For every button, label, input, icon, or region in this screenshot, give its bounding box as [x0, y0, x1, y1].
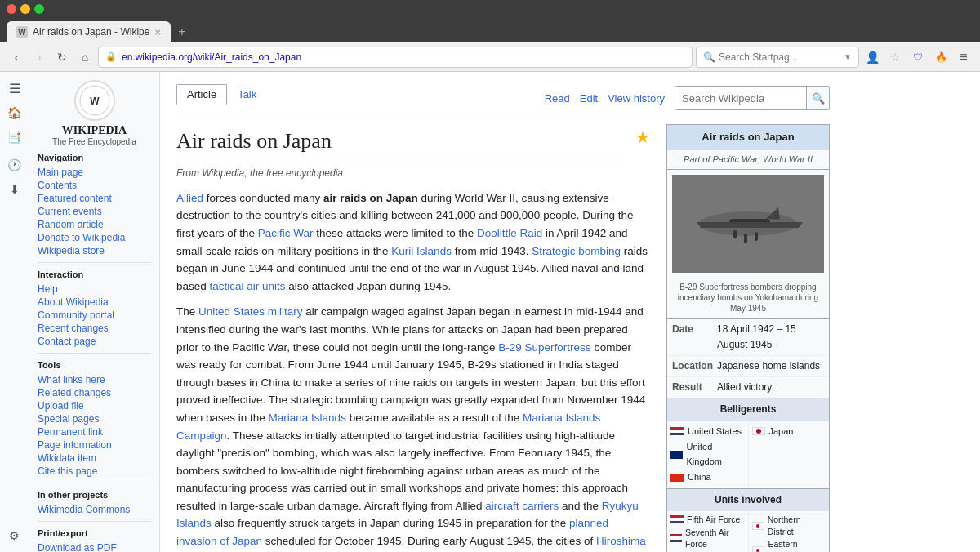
active-tab[interactable]: W Air raids on Japan - Wikipe × [7, 21, 171, 42]
user-icon[interactable]: 👤 [862, 47, 882, 67]
settings-icon[interactable]: ⚙ [5, 526, 24, 545]
home-button[interactable]: ⌂ [75, 47, 95, 67]
japan-flag-icon [752, 427, 765, 435]
sidebar-item-store[interactable]: Wikipedia store [38, 244, 151, 257]
extension-icon[interactable]: 🛡 [908, 47, 928, 67]
bold-air-raids: air raids on Japan [323, 192, 418, 204]
extension2-icon[interactable]: 🔥 [931, 47, 951, 67]
svg-rect-8 [744, 234, 747, 243]
browser-window: W Air raids on Japan - Wikipe × + ‹ › ↻ … [0, 0, 980, 72]
address-bar[interactable]: 🔒 en.wikipedia.org/wiki/Air_raids_on_Jap… [98, 47, 693, 68]
link-aircraft-carriers[interactable]: aircraft carriers [485, 500, 559, 512]
link-allied[interactable]: Allied [176, 192, 203, 204]
infobox-location-row: Location Japanese home islands [667, 356, 829, 377]
history-sidebar-icon[interactable]: 🕐 [5, 155, 24, 175]
seventh-air-force: Seventh Air Force [685, 527, 745, 550]
search-bar[interactable]: 🔍 ▼ [696, 47, 859, 68]
link-mariana-campaign[interactable]: Mariana Islands Campaign [176, 412, 600, 442]
wiki-logo: W WIKIPEDIA The Free Encyclopedia [38, 80, 151, 146]
tab-view-history[interactable]: View history [608, 92, 665, 105]
link-planned-invasion[interactable]: planned invasion of Japan [176, 517, 608, 547]
tab-read[interactable]: Read [545, 92, 570, 105]
sidebar-divider-2 [38, 353, 151, 354]
wiki-logo-sub: The Free Encyclopedia [38, 137, 151, 146]
bookmark-icon[interactable]: ☆ [885, 47, 905, 67]
tab-article[interactable]: Article [176, 84, 227, 105]
infobox-axis-units: Northern District Eastern District Centr… [749, 511, 830, 552]
forward-button[interactable]: › [29, 47, 49, 67]
wiki-sidebar: W WIKIPEDIA The Free Encyclopedia Naviga… [29, 72, 160, 552]
tab-talk[interactable]: Talk [227, 84, 267, 105]
sidebar-interaction-title: Interaction [38, 269, 151, 279]
sidebar-item-main-page[interactable]: Main page [38, 166, 151, 179]
home-sidebar-icon[interactable]: 🏠 [5, 103, 24, 122]
sidebar-item-wikimedia[interactable]: Wikimedia Commons [38, 503, 151, 516]
sidebar-item-special[interactable]: Special pages [38, 412, 151, 425]
infobox-result-label: Result [667, 377, 712, 398]
tab-close-icon[interactable]: × [154, 26, 161, 38]
page-header: Air raids on Japan ★ [176, 124, 650, 162]
japan-belligerent-label: Japan [769, 425, 794, 439]
sidebar-item-help[interactable]: Help [38, 283, 151, 296]
sidebar-item-wikidata[interactable]: Wikidata item [38, 452, 151, 465]
sidebar-item-upload[interactable]: Upload file [38, 399, 151, 412]
sidebar-item-download-pdf[interactable]: Download as PDF [38, 541, 151, 552]
sidebar-item-related-changes[interactable]: Related changes [38, 386, 151, 399]
tab-edit[interactable]: Edit [580, 92, 598, 105]
back-button[interactable]: ‹ [7, 47, 26, 67]
sidebar-item-recent-changes[interactable]: Recent changes [38, 322, 151, 335]
infobox-belligerents: United States United Kingdom China [667, 421, 829, 489]
search-dropdown-icon[interactable]: ▼ [844, 52, 852, 61]
bookmarks-icon[interactable]: 📑 [5, 127, 24, 147]
new-tab-button[interactable]: + [171, 21, 194, 42]
sidebar-item-random[interactable]: Random article [38, 218, 151, 231]
eastern-district: Eastern District [768, 538, 826, 552]
title-bar [0, 0, 980, 18]
link-hiroshima[interactable]: Hiroshima [596, 535, 646, 547]
maximize-button[interactable] [34, 4, 44, 14]
link-us-military[interactable]: United States military [198, 305, 303, 318]
us-flag-icon [670, 427, 684, 435]
search-input[interactable] [719, 51, 840, 63]
link-mariana[interactable]: Mariana Islands [269, 412, 346, 424]
search-icon: 🔍 [703, 51, 715, 63]
sidebar-item-cite[interactable]: Cite this page [38, 465, 151, 478]
link-kuril[interactable]: Kuril Islands [391, 245, 452, 257]
menu-icon[interactable]: ≡ [954, 47, 973, 67]
sidebar-item-featured[interactable]: Featured content [38, 192, 151, 205]
nav-bar: ‹ › ↻ ⌂ 🔒 en.wikipedia.org/wiki/Air_raid… [0, 42, 980, 72]
minimize-button[interactable] [20, 4, 30, 14]
tab-title: Air raids on Japan - Wikipe [33, 26, 149, 38]
link-b29[interactable]: B-29 Superfortress [498, 341, 590, 354]
sidebar-item-community[interactable]: Community portal [38, 309, 151, 322]
infobox-allied-units: Fifth Air Force Seventh Air Force Eleven… [667, 511, 749, 552]
china-belligerent-label: China [688, 470, 711, 485]
sidebar-item-donate[interactable]: Donate to Wikipedia [38, 231, 151, 244]
link-strategic-bombing[interactable]: Strategic bombing [532, 245, 621, 257]
infobox-location-label: Location [667, 356, 712, 376]
infobox-image-caption: B-29 Superfortress bombers dropping ince… [672, 282, 824, 314]
china-flag-icon [670, 474, 684, 482]
sidebar-item-about[interactable]: About Wikipedia [38, 296, 151, 309]
wiki-search-button[interactable]: 🔍 [806, 87, 829, 109]
link-doolittle[interactable]: Doolittle Raid [477, 227, 542, 239]
sidebar-item-contents[interactable]: Contents [38, 179, 151, 192]
sidebar-item-current-events[interactable]: Current events [38, 205, 151, 218]
sidebar-item-permalink[interactable]: Permanent link [38, 425, 151, 438]
uk-flag-icon [670, 451, 683, 459]
wiki-search-input[interactable] [675, 89, 806, 108]
close-button[interactable] [7, 4, 16, 14]
sidebar-item-page-info[interactable]: Page information [38, 438, 151, 452]
tab-favicon: W [16, 26, 28, 38]
sidebar-item-contact[interactable]: Contact page [38, 335, 151, 348]
downloads-icon[interactable]: ⬇ [5, 180, 24, 199]
star-button[interactable]: ★ [635, 124, 650, 150]
reload-button[interactable]: ↻ [52, 47, 72, 67]
sidebar-toggle-icon[interactable]: ☰ [5, 78, 24, 98]
svg-text:W: W [90, 96, 100, 107]
page-title: Air raids on Japan [176, 124, 627, 162]
sidebar-item-what-links[interactable]: What links here [38, 373, 151, 386]
wiki-article-body: Air raids on Japan Part of Pacific War; … [176, 124, 830, 552]
link-pacific-war[interactable]: Pacific War [258, 227, 314, 239]
link-tactical-air[interactable]: tactical air units [210, 280, 286, 292]
